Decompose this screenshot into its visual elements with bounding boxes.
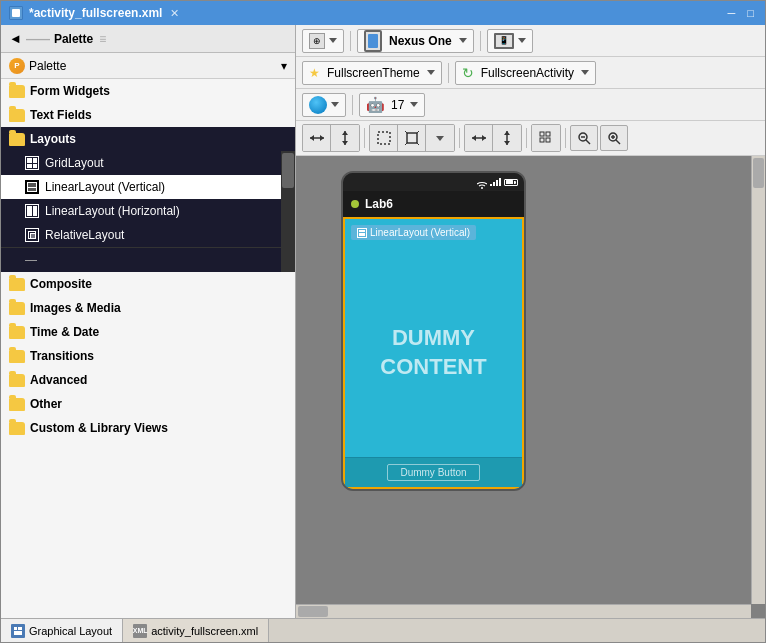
category-label: Composite xyxy=(30,277,92,291)
category-form-widgets[interactable]: Form Widgets xyxy=(1,79,295,103)
svg-point-29 xyxy=(481,187,483,189)
svg-marker-14 xyxy=(482,135,486,141)
device-dropdown[interactable]: Nexus One xyxy=(357,29,474,53)
zoom-out-button[interactable] xyxy=(570,125,598,151)
canvas-area[interactable]: Lab6 LinearLayout (Vertical) xyxy=(296,156,765,618)
folder-icon xyxy=(9,85,25,98)
canvas-scrollbar-horizontal[interactable] xyxy=(296,604,751,618)
device-icon xyxy=(364,30,382,52)
screen-config-dropdown[interactable]: 📱 xyxy=(487,29,533,53)
folder-icon xyxy=(9,398,25,411)
zoom-real-button[interactable] xyxy=(370,125,398,151)
palette-dropdown-arrow[interactable]: ▾ xyxy=(281,59,287,73)
palette-header: ◄ —— Palette ≡ xyxy=(1,25,295,53)
category-other[interactable]: Other xyxy=(1,392,295,416)
svg-rect-7 xyxy=(407,133,417,143)
layouts-scrollbar[interactable] xyxy=(281,151,295,272)
category-text-fields[interactable]: Text Fields xyxy=(1,103,295,127)
chevron-down-icon xyxy=(459,38,467,43)
layout-item-linear-vertical[interactable]: LinearLayout (Vertical) xyxy=(1,175,281,199)
main-window: *activity_fullscreen.xml ✕ ─ □ ◄ —— Pale… xyxy=(0,0,766,643)
category-composite[interactable]: Composite xyxy=(1,272,295,296)
screen-icon: 📱 xyxy=(494,33,514,49)
back-arrow-icon[interactable]: ◄ xyxy=(9,31,22,46)
window-title: *activity_fullscreen.xml xyxy=(29,6,162,20)
svg-marker-13 xyxy=(472,135,476,141)
zoom-fit-button[interactable] xyxy=(398,125,426,151)
category-label: Layouts xyxy=(30,132,76,146)
svg-line-26 xyxy=(616,140,620,144)
status-icons xyxy=(477,178,518,186)
canvas-scrollbar-vertical[interactable] xyxy=(751,156,765,604)
show-grid-button[interactable] xyxy=(532,125,560,151)
fit-width-button[interactable] xyxy=(303,125,331,151)
layout-item-icon xyxy=(25,156,39,170)
category-images-media[interactable]: Images & Media xyxy=(1,296,295,320)
api-toolbar: 🤖 17 xyxy=(296,89,765,121)
align-vertical-button[interactable] xyxy=(493,125,521,151)
category-label: Transitions xyxy=(30,349,94,363)
category-transitions[interactable]: Transitions xyxy=(1,344,295,368)
api-dropdown[interactable]: 🤖 17 xyxy=(359,93,425,117)
svg-rect-32 xyxy=(14,631,22,635)
svg-marker-5 xyxy=(342,141,348,145)
zoom-in-button[interactable] xyxy=(600,125,628,151)
chevron-down-icon xyxy=(329,38,337,43)
folder-icon xyxy=(9,326,25,339)
category-time-date[interactable]: Time & Date xyxy=(1,320,295,344)
main-area: ◄ —— Palette ≡ P Palette ▾ xyxy=(1,25,765,618)
chevron-down-icon xyxy=(518,38,526,43)
category-advanced[interactable]: Advanced xyxy=(1,368,295,392)
tab-activity-xml[interactable]: XML activity_fullscreen.xml xyxy=(123,619,269,642)
minimize-button[interactable]: ─ xyxy=(725,7,739,19)
maximize-button[interactable]: □ xyxy=(744,7,757,19)
clone-icon: ⊕ xyxy=(309,33,325,49)
zoom-tool-group xyxy=(369,124,455,152)
align-horizontal-button[interactable] xyxy=(465,125,493,151)
tab-graphical-layout[interactable]: Graphical Layout xyxy=(1,619,123,642)
layout-item-label: RelativeLayout xyxy=(45,228,124,242)
layout-item-more[interactable]: — xyxy=(1,247,281,272)
phone-content[interactable]: LinearLayout (Vertical) DUMMYCONTENT Dum… xyxy=(343,217,524,489)
layout-item-relative[interactable]: RelativeLayout xyxy=(1,223,281,247)
activity-dropdown[interactable]: ↻ FullscreenActivity xyxy=(455,61,596,85)
svg-marker-16 xyxy=(504,131,510,135)
app-name-label: Lab6 xyxy=(365,197,393,211)
layout-item-icon xyxy=(25,228,39,242)
phone-title-bar: Lab6 xyxy=(343,191,524,217)
layout-item-grid[interactable]: GridLayout xyxy=(1,151,281,175)
scrollbar-thumb xyxy=(753,158,764,188)
palette-subheader[interactable]: P Palette ▾ xyxy=(1,53,295,79)
folder-icon xyxy=(9,350,25,363)
svg-rect-20 xyxy=(540,138,544,142)
chevron-down-icon xyxy=(410,102,418,107)
xml-tab-icon: XML xyxy=(133,624,147,638)
resize-tool-group xyxy=(302,124,360,152)
device-clone-dropdown[interactable]: ⊕ xyxy=(302,29,344,53)
separator xyxy=(350,31,351,51)
separator xyxy=(364,128,365,148)
category-label: Images & Media xyxy=(30,301,121,315)
dummy-content-text: DUMMYCONTENT xyxy=(380,324,486,381)
category-layouts[interactable]: Layouts xyxy=(1,127,295,151)
header-lines-icon: ≡ xyxy=(99,32,106,46)
svg-marker-1 xyxy=(310,135,314,141)
folder-icon xyxy=(9,374,25,387)
locale-dropdown[interactable] xyxy=(302,93,346,117)
category-label: Custom & Library Views xyxy=(30,421,168,435)
tab-close-icon[interactable]: ✕ xyxy=(170,7,179,20)
category-custom-library[interactable]: Custom & Library Views xyxy=(1,416,295,440)
globe-icon xyxy=(309,96,327,114)
layout-item-label: GridLayout xyxy=(45,156,104,170)
svg-rect-18 xyxy=(540,132,544,136)
layout-item-linear-horizontal[interactable]: LinearLayout (Horizontal) xyxy=(1,199,281,223)
editor-panel: ⊕ Nexus One 📱 xyxy=(296,25,765,618)
category-label: Advanced xyxy=(30,373,87,387)
theme-dropdown[interactable]: ★ FullscreenTheme xyxy=(302,61,442,85)
fit-height-button[interactable] xyxy=(331,125,359,151)
svg-line-23 xyxy=(586,140,590,144)
palette-list[interactable]: Form Widgets Text Fields Layouts xyxy=(1,79,295,618)
zoom-dropdown-button[interactable] xyxy=(426,125,454,151)
dummy-button[interactable]: Dummy Button xyxy=(387,464,479,481)
svg-marker-4 xyxy=(342,131,348,135)
